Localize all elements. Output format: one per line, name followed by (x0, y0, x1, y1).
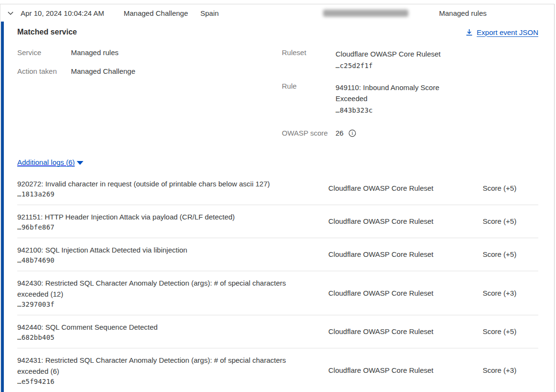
owasp-score-label: OWASP score (282, 129, 336, 137)
ruleset-field: Ruleset Cloudflare OWASP Core Ruleset …c… (282, 48, 538, 71)
redacted-value (323, 10, 408, 17)
owasp-score-value: 26 (336, 129, 344, 137)
log-score: Score (+5) (483, 250, 538, 258)
log-ruleset: Cloudflare OWASP Core Ruleset (328, 250, 483, 258)
log-row: 921151: HTTP Header Injection Attack via… (17, 205, 538, 238)
ruleset-id: …c25d2f1f (336, 60, 440, 71)
log-description: 921151: HTTP Header Injection Attack via… (17, 211, 307, 222)
download-icon[interactable] (466, 29, 473, 36)
log-ruleset: Cloudflare OWASP Core Ruleset (328, 327, 483, 335)
log-score: Score (+5) (483, 327, 538, 335)
chevron-down-icon[interactable] (0, 11, 13, 15)
info-icon[interactable]: i (348, 129, 356, 137)
firewall-events-table: Apr 10, 2024 10:04:24 AM Managed Challen… (0, 4, 555, 392)
log-description: 942440: SQL Comment Sequence Detected (17, 322, 307, 333)
log-row: 920272: Invalid character in request (ou… (17, 172, 538, 205)
event-country: Spain (200, 9, 323, 17)
log-description: 942430: Restricted SQL Character Anomaly… (17, 277, 307, 300)
export-event-json-link[interactable]: Export event JSON (466, 28, 538, 36)
log-rule-id: …96bfe867 (17, 223, 307, 231)
log-row: 942430: Restricted SQL Character Anomaly… (17, 271, 538, 315)
log-description: 942431: Restricted SQL Character Anomaly… (17, 355, 307, 377)
rule-value: 949110: Inbound Anomaly Score Exceeded …… (336, 82, 448, 116)
log-ruleset: Cloudflare OWASP Core Ruleset (328, 217, 483, 225)
log-score: Score (+3) (483, 289, 538, 297)
additional-logs-list: 920272: Invalid character in request (ou… (17, 172, 538, 392)
ruleset-label: Ruleset (282, 48, 336, 71)
caret-down-icon[interactable] (77, 161, 83, 165)
rule-field: Rule 949110: Inbound Anomaly Score Excee… (282, 82, 538, 116)
action-taken-label: Action taken (17, 67, 71, 75)
service-label: Service (17, 48, 71, 57)
log-score: Score (+5) (483, 184, 538, 192)
event-action: Managed Challenge (124, 9, 200, 17)
additional-logs-link[interactable]: Additional logs (6) (17, 158, 83, 166)
log-rule-id: …1813a269 (17, 190, 307, 198)
log-rule-id: …3297003f (17, 300, 307, 308)
log-rule-id: …e5f94216 (17, 378, 307, 385)
event-service: Managed rules (439, 9, 486, 17)
event-detail-panel: Matched service Export event JSON Servic… (0, 22, 554, 392)
action-taken-field: Action taken Managed Challenge (17, 67, 282, 75)
event-row-header[interactable]: Apr 10, 2024 10:04:24 AM Managed Challen… (0, 4, 554, 22)
action-taken-value: Managed Challenge (71, 67, 135, 75)
event-timestamp: Apr 10, 2024 10:04:24 AM (13, 9, 124, 17)
export-link-label: Export event JSON (477, 28, 538, 36)
rule-name: 949110: Inbound Anomaly Score Exceeded (336, 83, 440, 103)
log-row: 942440: SQL Comment Sequence Detected …6… (17, 315, 538, 348)
additional-logs-label: Additional logs (6) (17, 158, 75, 166)
log-rule-id: …48b74690 (17, 256, 307, 264)
log-ruleset: Cloudflare OWASP Core Ruleset (328, 289, 483, 297)
selected-row-accent-stripe (1, 22, 4, 392)
owasp-score-field: OWASP score 26 i (282, 129, 538, 137)
service-field: Service Managed rules (17, 48, 282, 57)
ruleset-value: Cloudflare OWASP Core Ruleset …c25d2f1f (336, 48, 440, 71)
matched-service-heading: Matched service (17, 28, 77, 36)
rule-label: Rule (282, 82, 336, 116)
log-description: 920272: Invalid character in request (ou… (17, 178, 307, 189)
ruleset-name: Cloudflare OWASP Core Ruleset (336, 50, 440, 58)
log-score: Score (+3) (483, 366, 538, 374)
log-description: 942100: SQL Injection Attack Detected vi… (17, 244, 307, 255)
service-value: Managed rules (71, 48, 118, 57)
log-score: Score (+5) (483, 217, 538, 225)
log-row: 942100: SQL Injection Attack Detected vi… (17, 238, 538, 271)
log-ruleset: Cloudflare OWASP Core Ruleset (328, 184, 483, 192)
svg-text:i: i (351, 130, 353, 136)
log-rule-id: …682bb405 (17, 334, 307, 341)
log-ruleset: Cloudflare OWASP Core Ruleset (328, 366, 483, 374)
rule-id: …843b323c (336, 105, 448, 116)
log-row: 942431: Restricted SQL Character Anomaly… (17, 348, 538, 392)
